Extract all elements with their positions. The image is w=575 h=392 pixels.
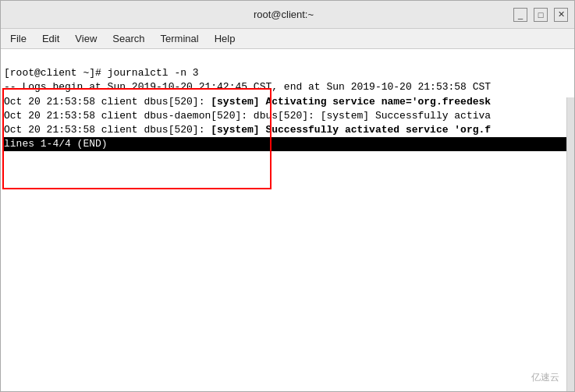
watermark: 亿速云 (531, 371, 559, 384)
end-line: lines 1-4/4 (END) (4, 137, 571, 151)
log-line-2: Oct 20 21:53:58 client dbus-daemon[520]:… (4, 110, 491, 122)
window-title: root@client:~ (54, 9, 513, 20)
close-button[interactable]: ✕ (554, 8, 568, 22)
menu-view[interactable]: View (69, 31, 103, 46)
terminal-output: [root@client ~]# journalctl -n 3 -- Logs… (4, 52, 571, 166)
menu-edit[interactable]: Edit (36, 31, 66, 46)
menu-help[interactable]: Help (208, 31, 242, 46)
title-bar: root@client:~ _ □ ✕ (1, 1, 574, 29)
scrollbar[interactable] (566, 97, 574, 391)
menu-file[interactable]: File (4, 31, 33, 46)
terminal-area: [root@client ~]# journalctl -n 3 -- Logs… (1, 49, 574, 391)
log-line-1: Oct 20 21:53:58 client dbus[520]: [syste… (4, 96, 491, 108)
menu-search[interactable]: Search (106, 31, 151, 46)
log-line-3: Oct 20 21:53:58 client dbus[520]: [syste… (4, 124, 491, 136)
window-controls: _ □ ✕ (513, 8, 568, 22)
maximize-button[interactable]: □ (534, 8, 548, 22)
menu-terminal[interactable]: Terminal (154, 31, 205, 46)
prompt-line: [root@client ~]# journalctl -n 3 (4, 67, 199, 79)
terminal-window: root@client:~ _ □ ✕ File Edit View Searc… (0, 0, 575, 392)
minimize-button[interactable]: _ (513, 8, 527, 22)
log-line-0: -- Logs begin at Sun 2019-10-20 21:42:45… (4, 81, 491, 93)
menu-bar: File Edit View Search Terminal Help (1, 29, 574, 49)
